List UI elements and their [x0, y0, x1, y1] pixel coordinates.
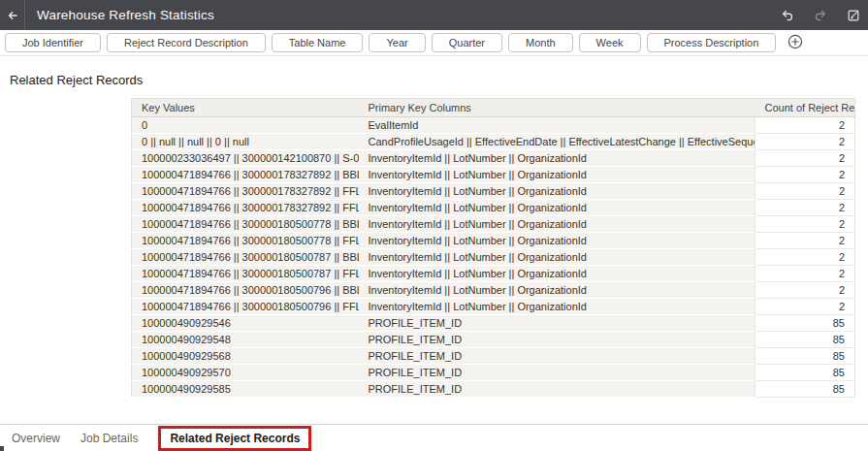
key-values-cell: 100000471894766 || 300000180500796 || FF…: [132, 299, 359, 315]
header-divider: [24, 0, 25, 30]
count-cell: 2: [755, 233, 855, 249]
table-row[interactable]: 100000490929546 PROFILE_ITEM_ID 85: [132, 315, 855, 332]
edit-button[interactable]: [847, 9, 860, 22]
primary-key-columns-cell: InventoryItemId || LotNumber || Organiza…: [359, 150, 755, 167]
page-title: Warehouse Refresh Statistics: [37, 8, 214, 22]
filter-chip[interactable]: Table Name: [272, 33, 364, 52]
table-row[interactable]: 100000490929568 PROFILE_ITEM_ID 85: [132, 348, 855, 365]
filter-chip[interactable]: Year: [369, 33, 425, 52]
key-values-cell: 100000233036497 || 300000142100870 || S-…: [132, 150, 359, 167]
primary-key-columns-cell: InventoryItemId || LotNumber || Organiza…: [359, 266, 755, 282]
column-header-primary-key-columns[interactable]: Primary Key Columns: [359, 99, 755, 117]
count-cell: 85: [755, 381, 855, 398]
count-cell: 85: [755, 332, 855, 348]
table-row[interactable]: 100000490929548 PROFILE_ITEM_ID 85: [132, 332, 855, 348]
table-row[interactable]: 100000471894766 || 300000178327892 || FF…: [132, 183, 855, 200]
tab-job-details[interactable]: Job Details: [80, 432, 138, 445]
table-row[interactable]: 100000471894766 || 300000180500787 || FF…: [132, 266, 855, 282]
back-arrow-icon: [6, 9, 19, 22]
table-row[interactable]: 100000471894766 || 300000180500778 || FF…: [132, 233, 855, 249]
primary-key-columns-cell: PROFILE_ITEM_ID: [359, 315, 755, 332]
filter-chip[interactable]: Week: [579, 33, 641, 52]
key-values-cell: 100000471894766 || 300000180500796 || BB…: [132, 282, 359, 299]
count-cell: 2: [755, 216, 855, 233]
tab-label: Overview: [12, 432, 60, 445]
reject-records-table: Key Values Primary Key Columns Count of …: [131, 98, 855, 398]
key-values-cell: 100000490929548: [132, 332, 359, 348]
tab-overview[interactable]: Overview: [12, 432, 60, 445]
undo-icon: [781, 9, 794, 22]
primary-key-columns-cell: InventoryItemId || LotNumber || Organiza…: [359, 299, 755, 315]
key-values-cell: 100000471894766 || 300000178327892 || FF…: [132, 200, 359, 216]
filter-chip-label: Reject Record Description: [124, 37, 248, 48]
key-values-cell: 100000490929546: [132, 315, 359, 332]
count-cell: 2: [755, 183, 855, 200]
key-values-cell: 100000471894766 || 300000178327892 || FF…: [132, 183, 359, 200]
table-row[interactable]: 100000233036497 || 300000142100870 || S-…: [132, 150, 855, 167]
tab-related-reject-records[interactable]: Related Reject Records: [158, 426, 311, 451]
key-values-cell: 100000471894766 || 300000180500778 || FF…: [132, 233, 359, 249]
primary-key-columns-cell: InventoryItemId || LotNumber || Organiza…: [359, 233, 755, 249]
key-values-cell: 100000471894766 || 300000180500787 || BB…: [132, 249, 359, 266]
primary-key-columns-cell: InventoryItemId || LotNumber || Organiza…: [359, 282, 755, 299]
count-cell: 2: [755, 299, 855, 315]
filter-chip-label: Quarter: [449, 37, 485, 48]
redo-button[interactable]: [814, 9, 827, 22]
filter-chip[interactable]: Job Identifier: [5, 33, 101, 52]
plus-circle-icon: [788, 34, 803, 52]
count-cell: 2: [755, 249, 855, 266]
main-content: Related Reject Records Key Values Primar…: [0, 73, 868, 398]
key-values-cell: 100000471894766 || 300000180500787 || FF…: [132, 266, 359, 282]
count-cell: 2: [755, 134, 855, 150]
filter-bar: Job Identifier Reject Record Description…: [0, 30, 868, 56]
filter-chip-label: Job Identifier: [22, 37, 83, 48]
filter-chip-label: Process Description: [664, 37, 759, 48]
table-row[interactable]: 100000471894766 || 300000178327892 || BB…: [132, 167, 855, 183]
key-values-cell: 0 || null || null || 0 || null: [132, 134, 359, 150]
count-cell: 85: [755, 315, 855, 332]
header-actions: [781, 9, 860, 22]
count-cell: 2: [755, 167, 855, 183]
filter-chips: Job Identifier Reject Record Description…: [5, 33, 776, 52]
filter-chip[interactable]: Process Description: [647, 33, 777, 52]
primary-key-columns-cell: InventoryItemId || LotNumber || Organiza…: [359, 249, 755, 266]
count-cell: 2: [755, 200, 855, 216]
key-values-cell: 100000490929568: [132, 348, 359, 365]
table-row[interactable]: 100000471894766 || 300000180500796 || FF…: [132, 299, 855, 315]
count-cell: 2: [755, 282, 855, 299]
back-button[interactable]: [0, 0, 24, 30]
table-row[interactable]: 100000471894766 || 300000178327892 || FF…: [132, 200, 855, 216]
primary-key-columns-cell: PROFILE_ITEM_ID: [359, 365, 755, 381]
table-row[interactable]: 0 || null || null || 0 || null CandProfi…: [132, 134, 855, 150]
table-row[interactable]: 100000471894766 || 300000180500796 || BB…: [132, 282, 855, 299]
table-row[interactable]: 0 EvalItemId 2: [132, 117, 855, 134]
count-cell: 2: [755, 117, 855, 134]
column-header-count-of-reject-records[interactable]: Count of Reject Records: [755, 99, 855, 117]
filter-chip[interactable]: Month: [508, 33, 573, 52]
key-values-cell: 100000471894766 || 300000178327892 || BB…: [132, 167, 359, 183]
edit-pencil-icon: [847, 9, 860, 22]
count-cell: 2: [755, 150, 855, 167]
artifact-mark: [0, 446, 4, 451]
key-values-cell: 100000490929585: [132, 381, 359, 398]
filter-chip[interactable]: Reject Record Description: [107, 33, 266, 52]
redo-icon: [814, 9, 827, 22]
primary-key-columns-cell: PROFILE_ITEM_ID: [359, 381, 755, 398]
filter-chip[interactable]: Quarter: [432, 33, 502, 52]
table-row[interactable]: 100000471894766 || 300000180500787 || BB…: [132, 249, 855, 266]
tab-label: Related Reject Records: [170, 432, 300, 445]
reject-records-table-container: Key Values Primary Key Columns Count of …: [131, 98, 854, 398]
key-values-cell: 100000471894766 || 300000180500778 || BB…: [132, 216, 359, 233]
primary-key-columns-cell: PROFILE_ITEM_ID: [359, 348, 755, 365]
primary-key-columns-cell: InventoryItemId || LotNumber || Organiza…: [359, 183, 755, 200]
column-header-key-values[interactable]: Key Values: [132, 99, 359, 117]
undo-button[interactable]: [781, 9, 794, 22]
table-row[interactable]: 100000471894766 || 300000180500778 || BB…: [132, 216, 855, 233]
table-row[interactable]: 100000490929585 PROFILE_ITEM_ID 85: [132, 381, 855, 398]
add-filter-button[interactable]: [788, 34, 803, 52]
primary-key-columns-cell: PROFILE_ITEM_ID: [359, 332, 755, 348]
filter-chip-label: Table Name: [289, 37, 346, 48]
count-cell: 85: [755, 365, 855, 381]
table-row[interactable]: 100000490929570 PROFILE_ITEM_ID 85: [132, 365, 855, 381]
filter-chip-label: Week: [596, 37, 624, 48]
